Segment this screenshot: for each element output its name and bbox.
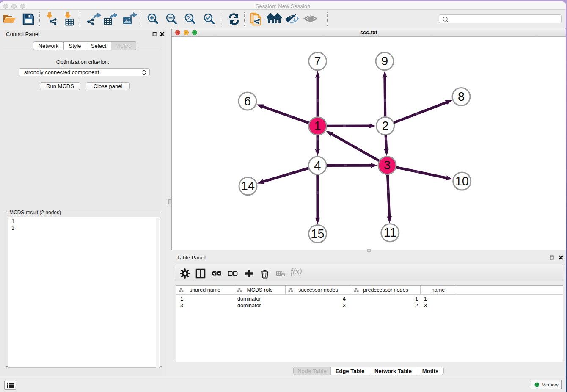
svg-text:3: 3 <box>384 158 391 172</box>
svg-text:7: 7 <box>314 54 321 68</box>
svg-text:8: 8 <box>458 90 465 103</box>
svg-text:11: 11 <box>384 226 396 239</box>
svg-text:4: 4 <box>314 159 321 172</box>
svg-text:14: 14 <box>241 179 255 193</box>
svg-text:10: 10 <box>455 174 469 188</box>
svg-text:1: 1 <box>314 119 321 133</box>
svg-text:9: 9 <box>381 54 388 68</box>
svg-text:6: 6 <box>244 94 251 108</box>
svg-text:15: 15 <box>311 227 324 240</box>
svg-text:2: 2 <box>382 119 388 133</box>
